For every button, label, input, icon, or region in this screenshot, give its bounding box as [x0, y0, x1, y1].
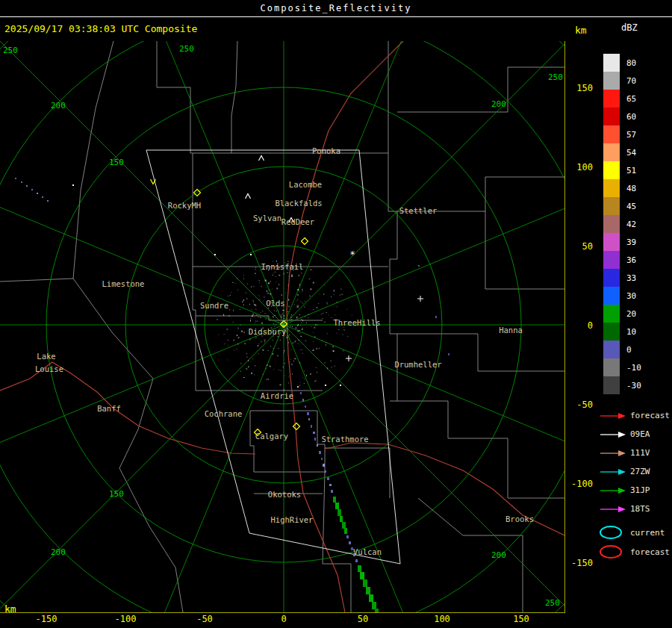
legend-value-label: 42: [626, 220, 636, 229]
clutter-speckle: [254, 304, 255, 305]
clutter-speckle: [335, 366, 335, 367]
clutter-speckle: [300, 325, 301, 326]
city-label: Drumheller: [394, 360, 441, 369]
radar-map-canvas[interactable]: *PonokaLacombeBlackfaldsRedDeerSylvanRoc…: [0, 41, 564, 612]
clutter-speckle: [229, 316, 230, 317]
clutter-speckle: [295, 341, 296, 341]
plus-marker: [417, 296, 423, 302]
clutter-speckle: [217, 319, 218, 320]
clutter-speckle: [277, 336, 278, 337]
clutter-speckle: [320, 294, 320, 295]
clutter-speckle: [237, 279, 237, 279]
clutter-speckle: [242, 302, 243, 302]
clutter-speckle: [227, 360, 228, 361]
clutter-speckle: [246, 369, 247, 370]
radar-echo: [15, 178, 16, 179]
radar-echo: [327, 477, 329, 480]
right-axis-label: 50: [582, 241, 593, 252]
clutter-speckle: [283, 367, 284, 367]
bottom-axis-label: -50: [188, 614, 221, 624]
radar-echo: [302, 399, 304, 402]
clutter-speckle: [298, 305, 299, 307]
radar-echo: [319, 451, 321, 454]
bottom-axis-label: 0: [267, 614, 300, 624]
clutter-speckle: [292, 326, 293, 327]
radar-echo: [317, 444, 318, 447]
clutter-speckle: [316, 380, 317, 381]
clutter-speckle: [297, 289, 299, 290]
radar-echo: [21, 181, 22, 183]
clutter-speckle: [266, 379, 267, 380]
legend-color-swatch: [603, 197, 620, 215]
clutter-speckle: [287, 311, 288, 312]
plus-marker: [346, 355, 352, 361]
clutter-speckle: [276, 311, 277, 311]
legend-color-swatch: [603, 179, 620, 197]
radar-echo: [335, 503, 339, 509]
clutter-speckle: [325, 362, 326, 363]
clutter-speckle: [218, 335, 219, 335]
clutter-speckle: [334, 294, 335, 295]
legend-color-swatch: [603, 341, 620, 358]
clutter-speckle: [313, 349, 314, 351]
km-unit-top: km: [575, 25, 587, 36]
legend-color-swatch: [603, 161, 620, 179]
clutter-speckle: [253, 286, 254, 287]
clutter-speckle: [305, 301, 305, 302]
clutter-speckle: [267, 316, 268, 317]
clutter-speckle: [267, 365, 268, 366]
clutter-speckle: [292, 274, 293, 275]
legend-entry: 33: [599, 269, 672, 287]
legend-color-swatch: [603, 108, 620, 125]
radar-echo: [369, 594, 373, 602]
city-label: Lake: [37, 352, 55, 361]
clutter-speckle: [343, 327, 344, 328]
legend-value-label: 70: [626, 76, 636, 86]
clutter-speckle: [255, 365, 255, 366]
clutter-speckle: [281, 370, 281, 371]
county-boundary: [390, 401, 564, 498]
clutter-speckle: [324, 322, 326, 323]
bottom-axis-label: 100: [426, 614, 458, 624]
range-ring-label: 150: [109, 489, 124, 499]
legend-value-label: 48: [626, 184, 636, 193]
clutter-speckle: [246, 298, 247, 299]
clutter-speckle: [284, 318, 285, 319]
clutter-speckle: [338, 329, 339, 330]
clutter-speckle: [316, 307, 317, 308]
vector-legend-label: 27ZW: [630, 467, 650, 476]
radar-echo: [329, 484, 332, 486]
legend-entry: 0: [599, 341, 672, 358]
clutter-speckle: [241, 331, 243, 332]
clutter-speckle: [256, 315, 258, 316]
county-boundary: [73, 41, 183, 612]
radar-echo: [375, 609, 379, 612]
clutter-speckle: [314, 381, 316, 382]
clutter-speckle: [273, 275, 273, 276]
clutter-speckle: [310, 288, 311, 290]
clutter-speckle: [279, 336, 279, 337]
clutter-speckle: [296, 300, 297, 301]
clutter-speckle: [302, 329, 303, 330]
clutter-speckle: [301, 301, 302, 302]
clutter-speckle: [240, 363, 241, 364]
clutter-speckle: [252, 314, 254, 314]
bottom-axis: -150-100-50050100150: [0, 614, 564, 627]
city-label: Blackfalds: [275, 199, 322, 208]
city-label: Vulcan: [353, 547, 382, 556]
clutter-speckle: [347, 336, 348, 337]
radar-echo: [418, 265, 420, 267]
clutter-speckle: [344, 329, 345, 331]
clutter-speckle: [298, 339, 299, 341]
clutter-speckle: [255, 337, 256, 338]
vector-legend-entry: 09EA: [599, 425, 672, 444]
clutter-speckle: [322, 318, 323, 319]
radar-echo: [344, 528, 347, 534]
radar-map-area[interactable]: *PonokaLacombeBlackfaldsRedDeerSylvanRoc…: [0, 41, 565, 613]
city-label: Banff: [97, 404, 121, 413]
clutter-speckle: [276, 282, 277, 282]
clutter-speckle: [229, 309, 230, 311]
right-axis-label: -150: [571, 558, 593, 568]
clutter-speckle: [250, 318, 251, 319]
clutter-speckle: [331, 296, 332, 297]
